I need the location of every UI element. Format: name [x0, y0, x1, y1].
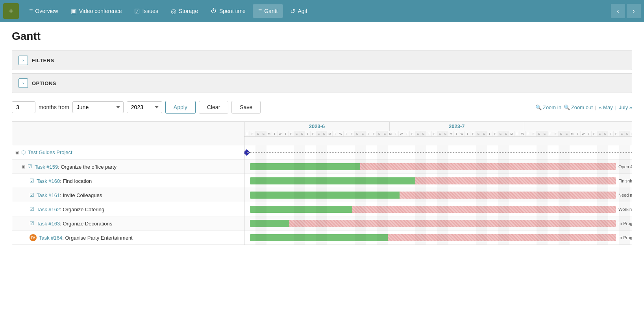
task-163-link[interactable]: Task #163: [37, 221, 60, 227]
gantt-task-header: [12, 122, 244, 145]
nav-video-conference[interactable]: ▣ Video conference: [65, 4, 128, 18]
nav-overview[interactable]: ≡ Overview: [24, 4, 64, 18]
storage-icon: ◎: [171, 7, 176, 15]
page-title: Gantt: [12, 30, 632, 43]
task-row: ☑ Task #161: Invite Colleagues: [12, 188, 244, 202]
top-navigation: + ≡ Overview ▣ Video conference ☑ Issues…: [0, 0, 644, 22]
collapse-icon[interactable]: ▣: [22, 164, 25, 169]
task-159-link[interactable]: Task #159: [35, 164, 58, 170]
project-icon: ⬡: [21, 149, 26, 155]
nav-next-button[interactable]: ›: [627, 4, 641, 18]
task-162-link[interactable]: Task #162: [37, 207, 60, 212]
green-bar: [250, 220, 289, 227]
bar-row: Open 48%: [244, 160, 632, 174]
task-icon: ☑: [30, 192, 34, 198]
task-icon: ☑: [28, 164, 32, 169]
task-icon: ☑: [30, 206, 34, 212]
overview-icon: ≡: [29, 7, 33, 15]
red-bar: [388, 234, 616, 241]
issues-icon: ☑: [134, 7, 140, 15]
task-icon: ☑: [30, 220, 34, 226]
controls-row: months from JanuaryFebruaryMarch AprilMa…: [12, 101, 632, 114]
task-161-link[interactable]: Task #161: [37, 192, 60, 198]
task-row: ▣ ⬡ Test Guides Project: [12, 145, 244, 160]
gantt-days-header: TFSSMTWTFSSTFSSMTWTFSSTFSSMTWTFSSTFSSMTW…: [244, 131, 632, 137]
bar-row: Need more info 70%: [244, 188, 632, 202]
bar-label: In Progress 50%: [618, 235, 632, 240]
filters-label: FILTERS: [32, 58, 54, 63]
collapse-icon[interactable]: ▣: [15, 150, 19, 154]
task-160-link[interactable]: Task #160: [37, 178, 60, 184]
filters-toggle-button[interactable]: ›: [19, 56, 28, 65]
project-link[interactable]: Test Guides Project: [28, 149, 72, 155]
save-button[interactable]: Save: [231, 101, 261, 114]
red-bar: [415, 177, 616, 184]
options-section: › OPTIONS: [12, 73, 632, 93]
month-2023-6: 2023-6: [244, 122, 390, 131]
bar-label: Finishing up 90%: [618, 179, 632, 183]
plus-button[interactable]: +: [3, 3, 19, 19]
bar-row: Test Guides Project: [244, 145, 632, 160]
gantt-chart: 2023-6 2023-7 TFSSMTWTFSSTFSSMTWTFSSTFSS…: [12, 121, 632, 245]
gantt-months-row: 2023-6 2023-7: [244, 122, 632, 131]
gantt-bars-area: Test Guides ProjectOpen 48%Finishing up …: [244, 145, 632, 245]
zoom-out-link[interactable]: 🔍 Zoom out: [564, 104, 593, 110]
year-select[interactable]: 2021202220232024: [127, 101, 162, 113]
nav-spent-time[interactable]: ⏱ Spent time: [205, 4, 251, 18]
gantt-header: 2023-6 2023-7 TFSSMTWTFSSTFSSMTWTFSSTFSS…: [12, 122, 632, 145]
task-row: ☑ Task #162: Organize Catering: [12, 202, 244, 216]
bar-label: Open 48%: [618, 164, 632, 169]
red-bar: [360, 163, 616, 170]
options-label: OPTIONS: [32, 80, 56, 86]
gantt-body: ▣ ⬡ Test Guides Project ▣ ☑ Task #159: O…: [12, 145, 632, 245]
task-avatar: FA: [30, 234, 37, 241]
task-row: ☑ Task #160: Find location: [12, 174, 244, 188]
nav-agil[interactable]: ↺ Agil: [285, 4, 312, 18]
gantt-task-list: ▣ ⬡ Test Guides Project ▣ ☑ Task #159: O…: [12, 145, 244, 245]
next-month-link[interactable]: July »: [619, 104, 632, 110]
zoom-out-icon: 🔍: [564, 104, 570, 110]
green-bar: [250, 206, 352, 213]
agil-icon: ↺: [290, 7, 295, 15]
bar-label: In Progress 10%: [618, 221, 632, 226]
apply-button[interactable]: Apply: [165, 101, 196, 114]
green-bar: [250, 177, 415, 184]
bar-row: In Progress 10%: [244, 216, 632, 231]
red-bar: [289, 220, 616, 227]
red-bar: [352, 206, 616, 213]
clock-icon: ⏱: [211, 7, 217, 15]
video-icon: ▣: [71, 7, 77, 15]
zoom-controls: 🔍 Zoom in 🔍 Zoom out | « May | July »: [535, 104, 632, 110]
nav-prev-button[interactable]: ‹: [611, 4, 625, 18]
bar-row: Finishing up 90%: [244, 174, 632, 188]
green-bar: [250, 163, 360, 170]
green-bar: [250, 192, 400, 199]
zoom-in-link[interactable]: 🔍 Zoom in: [535, 104, 561, 110]
nav-storage[interactable]: ◎ Storage: [165, 4, 204, 18]
task-icon: ☑: [30, 178, 34, 184]
months-input[interactable]: [12, 101, 35, 113]
nav-issues[interactable]: ☑ Issues: [129, 4, 163, 18]
task-164-link[interactable]: Task #164: [39, 235, 62, 241]
bar-row: In Progress 50%: [244, 231, 632, 245]
green-bar: [250, 234, 388, 241]
prev-month-link[interactable]: « May: [599, 104, 613, 110]
gantt-icon: ≡: [258, 7, 262, 15]
month-select[interactable]: JanuaryFebruaryMarch AprilMayJune JulyAu…: [72, 101, 124, 113]
month-2023-extra: [524, 122, 632, 131]
bar-label: Working on it 40%: [618, 207, 632, 212]
task-row: ☑ Task #163: Organize Decorations: [12, 216, 244, 231]
clear-button[interactable]: Clear: [199, 101, 228, 114]
red-bar: [400, 192, 616, 199]
months-label: months from: [39, 104, 69, 110]
task-row: FA Task #164: Organise Party Entertainme…: [12, 231, 244, 245]
bar-label: Need more info 70%: [618, 193, 632, 197]
nav-gantt[interactable]: ≡ Gantt: [253, 4, 283, 18]
gantt-timeline-header: 2023-6 2023-7 TFSSMTWTFSSTFSSMTWTFSSTFSS…: [244, 122, 632, 145]
bar-row: Working on it 40%: [244, 202, 632, 216]
task-row: ▣ ☑ Task #159: Organize the office party: [12, 160, 244, 174]
zoom-in-icon: 🔍: [535, 104, 542, 110]
month-2023-7: 2023-7: [390, 122, 524, 131]
filters-section: › FILTERS: [12, 50, 632, 70]
options-toggle-button[interactable]: ›: [19, 78, 28, 88]
